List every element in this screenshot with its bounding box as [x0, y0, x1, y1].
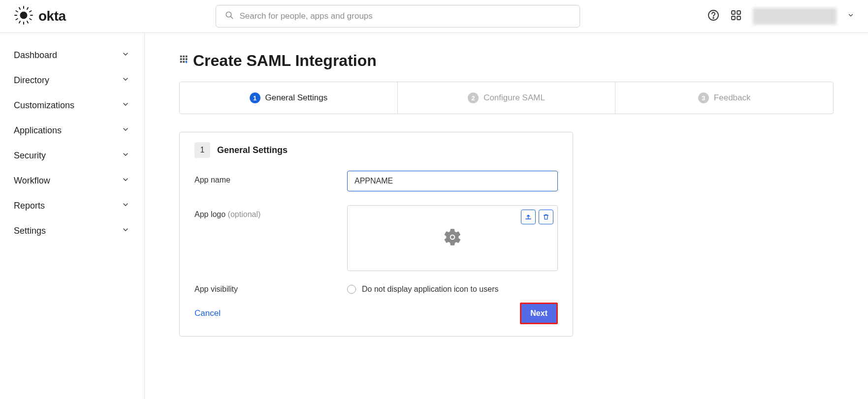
- svg-point-0: [20, 12, 28, 19]
- panel-step-number: 1: [194, 142, 210, 158]
- step-number: 3: [698, 92, 709, 103]
- search-box[interactable]: [216, 5, 580, 28]
- sidebar-item-reports[interactable]: Reports: [0, 193, 144, 218]
- app-logo-dropzone[interactable]: [347, 205, 558, 271]
- svg-rect-1: [23, 6, 24, 9]
- okta-logo-icon: [14, 5, 33, 27]
- hide-app-icon-label: Do not display application icon to users: [362, 285, 499, 294]
- delete-logo-button[interactable]: [539, 210, 553, 224]
- sidebar-item-applications[interactable]: Applications: [0, 118, 144, 143]
- chevron-down-icon: [122, 100, 129, 111]
- svg-rect-7: [29, 18, 32, 21]
- svg-rect-4: [30, 15, 33, 16]
- svg-rect-2: [23, 22, 24, 25]
- svg-rect-25: [183, 58, 185, 60]
- sidebar-item-label: Security: [14, 151, 46, 161]
- apps-grid-icon[interactable]: [730, 9, 742, 23]
- sidebar-item-directory[interactable]: Directory: [0, 68, 144, 93]
- sidebar-item-dashboard[interactable]: Dashboard: [0, 43, 144, 68]
- svg-rect-3: [14, 15, 17, 16]
- svg-rect-12: [19, 7, 21, 10]
- sidebar: Dashboard Directory Customizations Appli…: [0, 33, 145, 399]
- svg-rect-28: [183, 61, 185, 62]
- svg-point-30: [451, 236, 454, 239]
- svg-rect-5: [27, 7, 29, 10]
- search-icon: [225, 11, 234, 22]
- upload-logo-button[interactable]: [521, 210, 536, 224]
- sidebar-item-label: Settings: [14, 226, 46, 236]
- chevron-down-icon: [122, 125, 129, 136]
- chevron-down-icon: [122, 176, 129, 186]
- svg-rect-27: [180, 61, 182, 62]
- chevron-down-icon: [122, 151, 129, 161]
- chevron-down-icon: [122, 226, 129, 236]
- step-label: General Settings: [265, 93, 328, 103]
- svg-rect-11: [15, 10, 18, 13]
- svg-rect-21: [180, 55, 182, 57]
- sidebar-item-label: Reports: [14, 201, 45, 211]
- app-name-input[interactable]: [347, 171, 558, 191]
- chevron-down-icon: [122, 50, 129, 61]
- step-configure-saml[interactable]: 2 Configure SAML: [398, 82, 616, 114]
- svg-rect-20: [737, 16, 740, 20]
- help-icon[interactable]: [707, 9, 719, 23]
- cancel-button[interactable]: Cancel: [194, 308, 221, 318]
- user-menu[interactable]: [753, 8, 836, 25]
- page-title: Create SAML Integration: [193, 52, 377, 70]
- next-button[interactable]: Next: [520, 303, 558, 324]
- step-feedback[interactable]: 3 Feedback: [615, 82, 833, 114]
- sidebar-item-workflow[interactable]: Workflow: [0, 168, 144, 193]
- panel-title: General Settings: [217, 145, 288, 155]
- sidebar-item-label: Directory: [14, 75, 49, 86]
- svg-rect-26: [186, 58, 188, 60]
- chevron-down-icon: [122, 201, 129, 211]
- okta-logo-text: okta: [38, 8, 66, 24]
- okta-logo[interactable]: okta: [14, 5, 88, 27]
- app-grid-icon: [179, 55, 190, 67]
- search-input[interactable]: [240, 11, 571, 21]
- svg-rect-24: [180, 58, 182, 60]
- app-logo-label: App logo (optional): [194, 205, 347, 271]
- svg-rect-9: [19, 21, 21, 24]
- sidebar-item-settings[interactable]: Settings: [0, 218, 144, 244]
- sidebar-item-label: Customizations: [14, 100, 74, 111]
- hide-app-icon-checkbox[interactable]: [347, 285, 356, 294]
- svg-rect-17: [732, 11, 735, 14]
- step-label: Feedback: [714, 93, 751, 103]
- general-settings-panel: 1 General Settings App name App logo (op…: [179, 132, 573, 337]
- app-visibility-label: App visibility: [194, 285, 347, 294]
- chevron-down-icon: [122, 75, 129, 86]
- svg-rect-10: [15, 18, 18, 21]
- sidebar-item-customizations[interactable]: Customizations: [0, 93, 144, 118]
- svg-rect-6: [29, 10, 32, 13]
- step-general-settings[interactable]: 1 General Settings: [180, 82, 398, 114]
- step-number: 2: [468, 92, 479, 103]
- gear-icon: [443, 227, 462, 249]
- svg-rect-18: [737, 11, 740, 14]
- app-name-label: App name: [194, 171, 347, 191]
- step-label: Configure SAML: [483, 93, 545, 103]
- svg-rect-23: [186, 55, 188, 57]
- sidebar-item-security[interactable]: Security: [0, 143, 144, 168]
- chevron-down-icon[interactable]: [847, 12, 854, 21]
- svg-point-16: [713, 18, 714, 19]
- svg-rect-8: [27, 21, 29, 24]
- svg-rect-22: [183, 55, 185, 57]
- sidebar-item-label: Applications: [14, 125, 62, 136]
- wizard-steps: 1 General Settings 2 Configure SAML 3 Fe…: [179, 82, 834, 114]
- step-number: 1: [250, 92, 260, 103]
- svg-rect-19: [732, 16, 735, 20]
- svg-line-14: [230, 16, 233, 19]
- sidebar-item-label: Workflow: [14, 176, 50, 186]
- sidebar-item-label: Dashboard: [14, 50, 57, 61]
